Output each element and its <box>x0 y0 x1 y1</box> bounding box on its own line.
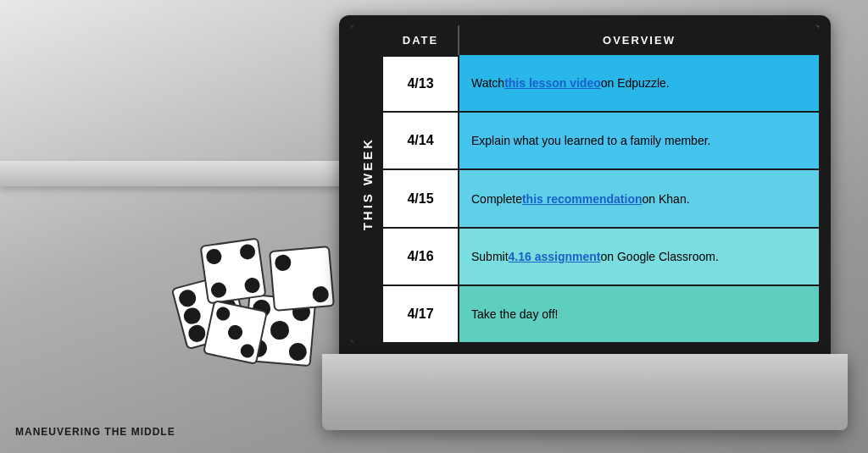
table-row: 4/17 Take the day off! <box>383 286 819 342</box>
laptop: THIS WEEK DATE OVERVIEW 4/13 <box>322 15 848 430</box>
overview-cell: Watch this lesson video on Edpuzzle. <box>459 55 819 111</box>
date-column-header: DATE <box>383 25 459 55</box>
date-cell: 4/13 <box>383 55 459 111</box>
screen-bezel: THIS WEEK DATE OVERVIEW 4/13 <box>339 15 831 354</box>
overview-cell: Take the day off! <box>459 286 819 342</box>
overview-text: Explain what you learned to a family mem… <box>471 134 710 147</box>
overview-cell: Explain what you learned to a family mem… <box>459 113 819 168</box>
overview-text: Take the day off! <box>471 307 558 321</box>
date-cell: 4/14 <box>383 113 459 168</box>
date-cell: 4/15 <box>383 170 459 226</box>
table-row: 4/15 Complete this recommendation on Kha… <box>383 170 819 228</box>
edpuzzle-video-link[interactable]: this lesson video <box>504 76 601 90</box>
date-cell: 4/17 <box>383 286 459 342</box>
brand-label: MANEUVERING THE MIDDLE <box>15 426 175 438</box>
weekly-schedule-table: DATE OVERVIEW 4/13 Watch this lesson vid… <box>383 25 819 342</box>
table-row: 4/16 Submit 4.16 assignment on Google Cl… <box>383 229 819 286</box>
table-row: 4/13 Watch this lesson video on Edpuzzle… <box>383 55 819 113</box>
overview-text-prefix: Submit <box>471 250 509 263</box>
this-week-label: THIS WEEK <box>360 137 375 230</box>
table-body: 4/13 Watch this lesson video on Edpuzzle… <box>383 55 819 342</box>
khan-recommendation-link[interactable]: this recommendation <box>522 192 643 206</box>
overview-cell: Submit 4.16 assignment on Google Classro… <box>459 229 819 285</box>
table-header: DATE OVERVIEW <box>383 25 819 55</box>
side-label: THIS WEEK <box>351 25 383 342</box>
die-4 <box>203 300 268 365</box>
dice-area <box>153 199 339 411</box>
overview-text-prefix: Complete <box>471 192 522 206</box>
overview-text-suffix: on Google Classroom. <box>601 250 719 263</box>
google-classroom-link[interactable]: 4.16 assignment <box>509 250 601 263</box>
screen-inner: THIS WEEK DATE OVERVIEW 4/13 <box>351 25 819 342</box>
die-3 <box>199 237 266 304</box>
laptop-base: MacBook Pro <box>322 354 848 430</box>
overview-column-header: OVERVIEW <box>459 25 819 55</box>
date-cell: 4/16 <box>383 229 459 285</box>
table-row: 4/14 Explain what you learned to a famil… <box>383 113 819 170</box>
overview-text-suffix: on Khan. <box>643 192 690 206</box>
overview-text-prefix: Watch <box>471 76 504 90</box>
overview-text-suffix: on Edpuzzle. <box>601 76 670 90</box>
overview-cell: Complete this recommendation on Khan. <box>459 170 819 226</box>
rail-ledge <box>0 161 356 186</box>
